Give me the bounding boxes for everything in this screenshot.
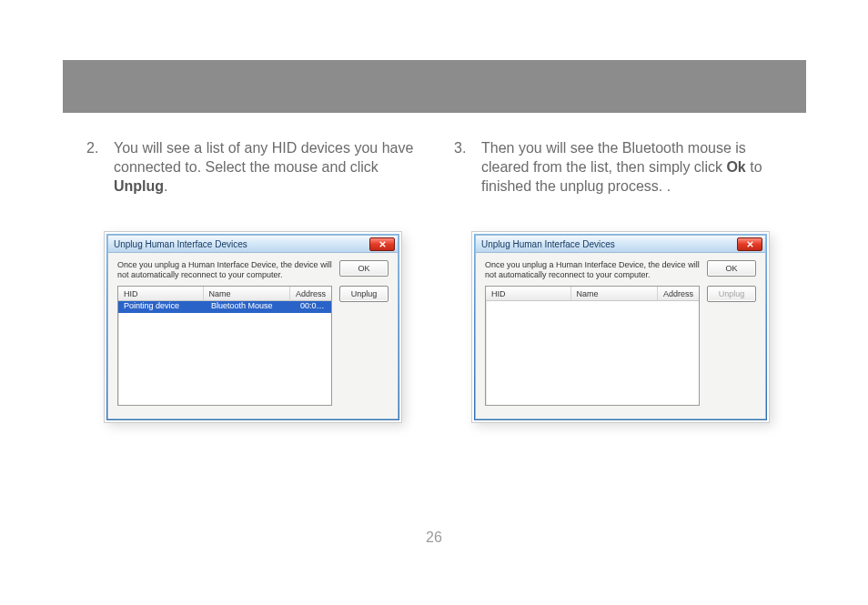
- step-text-pre: Then you will see the Bluetooth mouse is…: [481, 140, 746, 175]
- col-header-name[interactable]: Name: [204, 287, 290, 300]
- unplug-button[interactable]: Unplug: [339, 286, 389, 302]
- dialog-body: Once you unplug a Human Interface Device…: [107, 253, 399, 419]
- cell-hid: Pointing device: [118, 301, 206, 313]
- hid-table[interactable]: HID Name Address: [485, 286, 700, 406]
- dialog-screenshot-right: Unplug Human Interface Devices Once you …: [472, 232, 769, 422]
- left-column: 2. You will see a list of any HID device…: [86, 138, 414, 422]
- dialog-body: Once you unplug a Human Interface Device…: [475, 253, 766, 419]
- cell-name: Bluetooth Mouse: [206, 301, 295, 313]
- close-icon: [747, 241, 753, 247]
- ok-button[interactable]: OK: [707, 260, 756, 277]
- col-header-address[interactable]: Address: [658, 287, 699, 300]
- right-column: 3. Then you will see the Bluetooth mouse…: [454, 138, 782, 422]
- step-text-post: .: [164, 178, 167, 194]
- content-columns: 2. You will see a list of any HID device…: [86, 138, 782, 422]
- dialog-title: Unplug Human Interface Devices: [114, 239, 247, 249]
- hid-table-header: HID Name Address: [486, 287, 699, 301]
- dialog-titlebar: Unplug Human Interface Devices: [107, 235, 399, 253]
- step-2: 2. You will see a list of any HID device…: [86, 138, 414, 196]
- page-number: 26: [0, 529, 868, 546]
- col-header-name[interactable]: Name: [571, 287, 658, 300]
- col-header-address[interactable]: Address: [290, 287, 331, 300]
- close-icon: [379, 241, 386, 247]
- close-button[interactable]: [369, 237, 395, 251]
- ok-button[interactable]: OK: [339, 260, 389, 277]
- header-banner: [63, 60, 806, 113]
- step-number: 2.: [86, 138, 114, 196]
- dialog-note: Once you unplug a Human Interface Device…: [117, 260, 339, 280]
- step-3: 3. Then you will see the Bluetooth mouse…: [454, 138, 782, 196]
- dialog-note: Once you unplug a Human Interface Device…: [485, 260, 707, 280]
- step-text-bold: Unplug: [114, 178, 164, 194]
- dialog-title: Unplug Human Interface Devices: [481, 239, 615, 249]
- table-row[interactable]: Pointing device Bluetooth Mouse 00:0A:94…: [118, 301, 331, 313]
- step-text-bold: Ok: [726, 159, 745, 175]
- hid-table-header: HID Name Address: [118, 287, 331, 301]
- col-header-hid[interactable]: HID: [486, 287, 571, 300]
- step-number: 3.: [454, 138, 481, 196]
- step-text: Then you will see the Bluetooth mouse is…: [481, 138, 782, 196]
- cell-address: 00:0A:94:C1:90:83: [295, 301, 331, 313]
- step-text-pre: You will see a list of any HID devices y…: [114, 140, 413, 175]
- col-header-hid[interactable]: HID: [118, 287, 204, 300]
- hid-table[interactable]: HID Name Address Pointing device Bluetoo…: [117, 286, 332, 406]
- close-button[interactable]: [737, 237, 762, 251]
- unplug-button: Unplug: [707, 286, 756, 302]
- dialog-titlebar: Unplug Human Interface Devices: [475, 235, 766, 253]
- dialog-screenshot-left: Unplug Human Interface Devices Once you …: [105, 232, 401, 422]
- step-text: You will see a list of any HID devices y…: [114, 138, 414, 196]
